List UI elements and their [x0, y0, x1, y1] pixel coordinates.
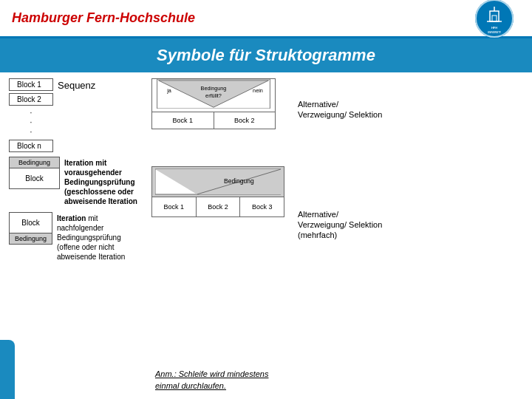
iter2-label: Iteration mit nachfolgender Bedingungspr… — [57, 212, 146, 262]
iter1-label-bold: Iteration — [64, 159, 93, 167]
iter1-section: Bedingung Block Iteration mit vorausgehe… — [9, 157, 146, 206]
bottom-note-line1: Anm.: Schleife wird mindestens — [155, 369, 268, 380]
alt2-bedingung: Bedingung — [152, 167, 284, 197]
iter1-block: Block — [10, 168, 59, 188]
alt2-section: Bedingung Bock 1 Bock 2 Bock 3 — [151, 166, 292, 217]
svg-text:nein: nein — [253, 87, 263, 94]
alt1-trapezoid: Bedingung erfüllt? ja nein — [152, 79, 275, 109]
alt2-bottom-row: Bock 1 Bock 2 Bock 3 — [152, 197, 284, 216]
alt2-box: Bedingung Bock 1 Bock 2 Bock 3 — [151, 166, 284, 217]
svg-text:erfüllt?: erfüllt? — [205, 92, 222, 99]
mid-column: Bedingung erfüllt? ja nein Bock 1 Bock 2 — [151, 78, 292, 393]
iter1-label: Iteration mit vorausgehender Bedingungsp… — [64, 157, 146, 206]
logo-area: HFH UNIVERSITY — [468, 2, 520, 35]
iter2-section: Block Bedingung Iteration mit nachfolgen… — [9, 212, 146, 262]
bottom-note-line2: einmal durchlaufen. — [155, 381, 268, 392]
main-content: Block 1 Block 2 ··· Block n Sequenz Bedi… — [0, 72, 532, 399]
alt2-trapezoid: Bedingung — [155, 168, 281, 195]
sequenz-section: Block 1 Block 2 ··· Block n Sequenz — [9, 78, 146, 152]
seq-block-1: Block 1 — [9, 78, 53, 91]
svg-text:Bedingung: Bedingung — [201, 85, 227, 92]
sequenz-blocks: Block 1 Block 2 ··· Block n — [9, 78, 53, 152]
seq-block-2: Block 2 — [9, 93, 53, 106]
iter2-box: Block Bedingung — [9, 212, 52, 245]
alt2-cell-bock2: Bock 2 — [197, 197, 241, 216]
iter2-label-bold: Iteration — [57, 214, 86, 222]
header: Hamburger Fern-Hochschule HFH UNIVERSITY — [0, 0, 532, 38]
alt2-cell-bock1: Bock 1 — [152, 197, 197, 216]
sequenz-label: Sequenz — [58, 78, 95, 91]
right-column: Alternative/ Verzweigung/ Selektion Alte… — [298, 78, 523, 393]
left-column: Block 1 Block 2 ··· Block n Sequenz Bedi… — [9, 78, 146, 393]
alt1-cell-bock1: Bock 1 — [152, 112, 214, 129]
logo: HFH UNIVERSITY — [475, 0, 514, 38]
bottom-left-accent — [0, 340, 15, 399]
seq-dots: ··· — [9, 108, 53, 137]
alt1-box: Bedingung erfüllt? ja nein Bock 1 Bock 2 — [151, 78, 276, 129]
alt2-cell-bock3: Bock 3 — [240, 197, 284, 216]
svg-text:UNIVERSITY: UNIVERSITY — [488, 31, 501, 34]
iter1-box: Bedingung Block — [9, 157, 60, 189]
svg-text:HFH: HFH — [491, 26, 497, 30]
svg-text:Bedingung: Bedingung — [224, 177, 254, 185]
seq-block-n: Block n — [9, 140, 53, 152]
alt2-label-line1: Alternative/ Verzweigung/ Selektion (meh… — [298, 209, 523, 241]
iter2-block: Block — [10, 213, 52, 233]
alt1-bottom-row: Bock 1 Bock 2 — [152, 112, 275, 129]
bottom-note: Anm.: Schleife wird mindestens einmal du… — [155, 369, 268, 392]
alt2-right-label: Alternative/ Verzweigung/ Selektion (meh… — [298, 209, 523, 241]
iter1-bedingung: Bedingung — [10, 157, 59, 168]
page-title: Symbole für Struktogramme — [0, 38, 532, 72]
alt1-right-label: Alternative/ Verzweigung/ Selektion — [298, 99, 523, 120]
alt1-label-line1: Alternative/ Verzweigung/ Selektion — [298, 99, 523, 120]
alt1-section: Bedingung erfüllt? ja nein Bock 1 Bock 2 — [151, 78, 292, 129]
iter2-bedingung: Bedingung — [10, 233, 52, 244]
alt1-cell-bock2: Bock 2 — [214, 112, 276, 129]
svg-text:ja: ja — [166, 87, 172, 94]
header-title: Hamburger Fern-Hochschule — [12, 10, 468, 26]
